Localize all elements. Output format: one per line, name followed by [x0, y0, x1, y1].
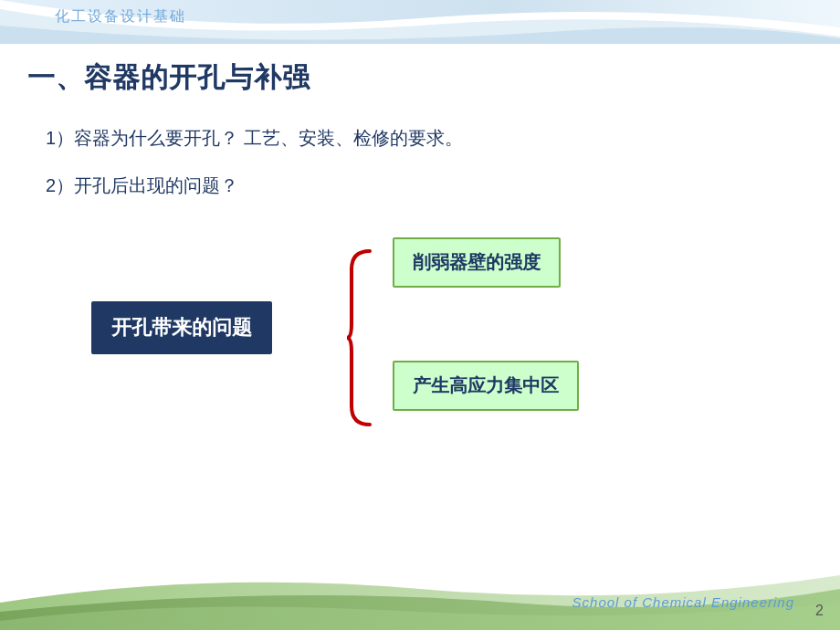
- main-heading: 一、容器的开孔与补强: [27, 59, 813, 97]
- point-2: 2）开孔后出现的问题？: [46, 172, 813, 199]
- footer-text: School of Chemical Engineering: [572, 594, 794, 610]
- left-problem-box: 开孔带来的问题: [91, 301, 272, 354]
- brace-icon: [347, 247, 374, 429]
- title-bar: 化工设备设计基础: [55, 7, 186, 26]
- school-label: School of Chemical Engineering: [572, 594, 794, 610]
- bottom-wave-decoration: [0, 557, 840, 630]
- page-number: 2: [815, 603, 824, 619]
- point-1: 1）容器为什么要开孔？ 工艺、安装、检修的要求。: [46, 124, 813, 152]
- point-1-text: 1）容器为什么要开孔？ 工艺、安装、检修的要求。: [46, 128, 463, 148]
- slide: 化工设备设计基础 一、容器的开孔与补强 1）容器为什么要开孔？ 工艺、安装、检修…: [0, 0, 840, 630]
- slide-title: 化工设备设计基础: [55, 8, 186, 24]
- point-2-text: 2）开孔后出现的问题？: [46, 175, 238, 195]
- right-bottom-box-text: 产生高应力集中区: [413, 375, 559, 395]
- right-top-box: 削弱器壁的强度: [393, 237, 561, 288]
- right-top-box-text: 削弱器壁的强度: [413, 252, 541, 272]
- diagram: 开孔带来的问题 削弱器壁的强度 产生高应力集中区: [46, 219, 813, 457]
- left-box-text: 开孔带来的问题: [111, 316, 252, 339]
- right-bottom-box: 产生高应力集中区: [393, 361, 579, 411]
- main-content: 一、容器的开孔与补强 1）容器为什么要开孔？ 工艺、安装、检修的要求。 2）开孔…: [27, 50, 813, 557]
